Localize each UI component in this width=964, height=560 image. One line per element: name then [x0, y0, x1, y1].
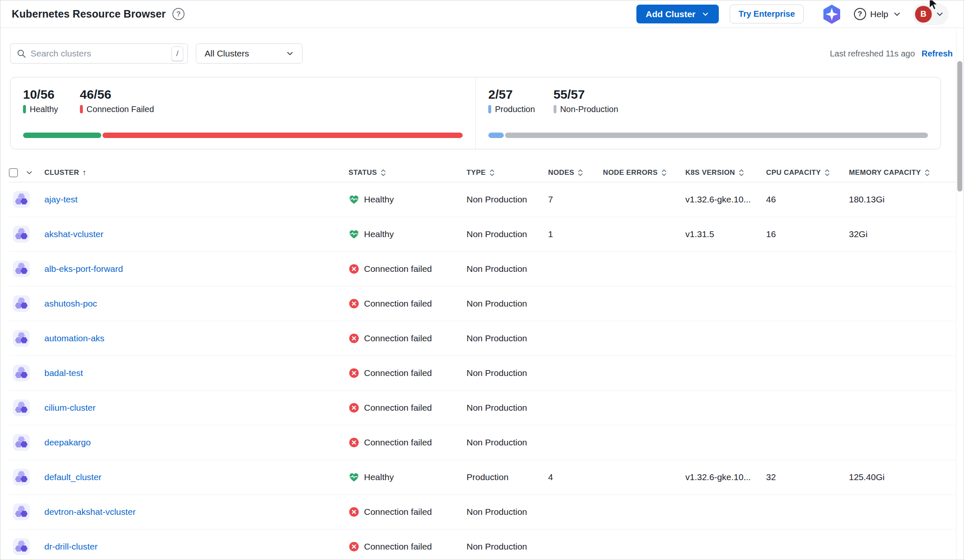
- scrollbar-thumb[interactable]: [957, 61, 962, 192]
- cluster-filter-value: All Clusters: [205, 49, 249, 59]
- column-header-memory-capacity[interactable]: MEMORY CAPACITY: [849, 169, 956, 177]
- column-header-cluster[interactable]: CLUSTER ↑: [44, 168, 349, 177]
- cluster-link[interactable]: devtron-akshat-vcluster: [44, 507, 136, 517]
- status-label: Connection failed: [364, 542, 432, 552]
- column-header-type[interactable]: TYPE: [467, 169, 548, 177]
- cluster-link[interactable]: ashutosh-poc: [44, 299, 97, 308]
- cluster-icon: [13, 365, 30, 381]
- try-enterprise-button[interactable]: Try Enterprise: [730, 5, 804, 23]
- status-label: Connection failed: [364, 333, 432, 343]
- column-header-k8s-version[interactable]: K8S VERSION: [685, 169, 766, 177]
- sort-ascending-icon: ↑: [82, 168, 87, 177]
- table-row[interactable]: devtron-akshat-vcluster Connection faile…: [9, 495, 956, 529]
- type-cell: Non Production: [467, 437, 548, 447]
- production-label: Production: [495, 105, 535, 114]
- sort-icon: [924, 169, 930, 176]
- memory-cell: 125.40Gi: [849, 472, 956, 482]
- connection-failed-icon: [349, 541, 359, 552]
- production-count: 2/57: [488, 87, 535, 102]
- ai-assistant-icon[interactable]: [820, 3, 843, 25]
- status-label: Connection failed: [364, 403, 432, 413]
- sort-icon: [661, 169, 667, 176]
- cluster-icon: [13, 191, 30, 208]
- table-row[interactable]: ajay-test Healthy Non Production 7 v1.32…: [9, 182, 956, 217]
- search-input[interactable]: [31, 49, 167, 59]
- cluster-link[interactable]: deepakargo: [44, 437, 91, 447]
- connection-failed-icon: [349, 298, 359, 309]
- healthy-tick-icon: [23, 105, 26, 113]
- table-row[interactable]: deepakargo Connection failed Non Product…: [9, 425, 956, 460]
- connection-failed-icon: [349, 437, 359, 448]
- vertical-scrollbar[interactable]: [956, 28, 963, 559]
- table-row[interactable]: dr-drill-cluster Connection failed Non P…: [9, 529, 956, 560]
- healthy-icon: [349, 194, 359, 205]
- cluster-filter-select[interactable]: All Clusters: [196, 43, 303, 64]
- connection-failed-icon: [349, 402, 359, 413]
- table-row[interactable]: akshat-vcluster Healthy Non Production 1…: [9, 217, 956, 252]
- healthy-stat: 10/56 Healthy: [23, 87, 58, 114]
- cpu-cell: 16: [766, 229, 849, 239]
- status-label: Healthy: [364, 194, 394, 205]
- cluster-link[interactable]: automation-aks: [44, 333, 105, 343]
- k8s-version-cell: v1.32.6-gke.10...: [685, 472, 766, 482]
- table-row[interactable]: default_cluster Healthy Production 4 v1.…: [9, 460, 956, 495]
- memory-cell: 32Gi: [849, 229, 956, 239]
- table-row[interactable]: alb-eks-port-forward Connection failed N…: [9, 252, 956, 286]
- table-row[interactable]: badal-test Connection failed Non Product…: [9, 356, 956, 391]
- cluster-link[interactable]: cilium-cluster: [44, 403, 96, 412]
- healthy-count: 10/56: [23, 87, 58, 102]
- add-cluster-button[interactable]: Add Cluster: [636, 5, 719, 23]
- production-tick-icon: [488, 105, 491, 113]
- select-all-checkbox[interactable]: [9, 168, 18, 177]
- type-cell: Non Production: [467, 299, 548, 309]
- healthy-icon: [349, 229, 359, 240]
- mouse-cursor: [926, 0, 940, 11]
- column-header-node-errors[interactable]: NODE ERRORS: [603, 169, 685, 177]
- cluster-icon: [13, 226, 30, 243]
- healthy-icon: [349, 472, 359, 483]
- column-header-status[interactable]: STATUS: [349, 169, 467, 177]
- connection-failed-icon: [349, 333, 359, 344]
- type-cell: Non Production: [467, 229, 548, 239]
- type-cell: Non Production: [467, 368, 548, 378]
- cluster-link[interactable]: ajay-test: [44, 194, 77, 204]
- cluster-link[interactable]: badal-test: [44, 368, 83, 378]
- connection-failed-tick-icon: [80, 105, 83, 113]
- connection-failed-icon: [349, 506, 359, 517]
- cpu-cell: 46: [766, 194, 849, 205]
- page-title: Kubernetes Resource Browser: [12, 8, 166, 20]
- memory-cell: 180.13Gi: [849, 194, 956, 205]
- column-header-nodes[interactable]: NODES: [548, 169, 603, 177]
- nodes-cell: 4: [548, 472, 603, 482]
- table-row[interactable]: automation-aks Connection failed Non Pro…: [9, 321, 956, 356]
- non-production-label: Non-Production: [560, 105, 618, 114]
- cluster-icon: [13, 330, 30, 347]
- help-menu[interactable]: ? Help: [854, 8, 902, 20]
- connection-failed-stat: 46/56 Connection Failed: [80, 87, 154, 114]
- title-help-icon[interactable]: ?: [172, 8, 185, 20]
- filter-toolbar: / All Clusters Last refreshed 11s ago Re…: [0, 43, 964, 64]
- cluster-table-body: ajay-test Healthy Non Production 7 v1.32…: [9, 182, 956, 560]
- environment-summary: 2/57 Production 55/57 Non-Production: [475, 77, 941, 149]
- select-menu-chevron-icon[interactable]: [25, 169, 33, 177]
- search-shortcut-badge: /: [172, 46, 183, 61]
- type-cell: Non Production: [467, 403, 548, 413]
- cluster-icon: [13, 469, 30, 486]
- non-production-stat: 55/57 Non-Production: [554, 87, 618, 114]
- search-input-wrapper[interactable]: /: [10, 43, 188, 64]
- table-header-row: CLUSTER ↑ STATUS TYPE NODES NODE ERRORS …: [9, 163, 956, 182]
- nodes-cell: 7: [548, 194, 603, 205]
- environment-progress-bar: [488, 133, 928, 138]
- add-cluster-label: Add Cluster: [646, 9, 695, 19]
- column-header-cpu-capacity[interactable]: CPU CAPACITY: [766, 169, 849, 177]
- chevron-down-icon: [892, 10, 902, 19]
- table-row[interactable]: cilium-cluster Connection failed Non Pro…: [9, 391, 956, 425]
- nodes-cell: 1: [548, 229, 603, 239]
- cluster-link[interactable]: dr-drill-cluster: [44, 542, 97, 551]
- table-row[interactable]: ashutosh-poc Connection failed Non Produ…: [9, 286, 956, 321]
- cluster-link[interactable]: akshat-vcluster: [44, 229, 103, 239]
- status-label: Connection failed: [364, 437, 432, 447]
- cluster-link[interactable]: alb-eks-port-forward: [44, 264, 123, 274]
- refresh-button[interactable]: Refresh: [922, 49, 953, 59]
- cluster-link[interactable]: default_cluster: [44, 472, 102, 482]
